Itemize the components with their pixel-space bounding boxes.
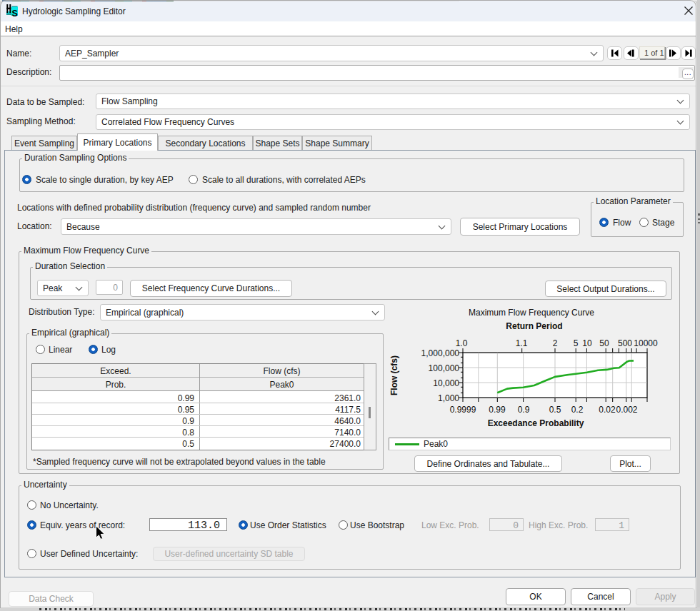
svg-text:1,000: 1,000 — [438, 393, 459, 403]
svg-text:0.9: 0.9 — [518, 405, 530, 415]
svg-text:1.1: 1.1 — [516, 338, 528, 348]
svg-text:0.2: 0.2 — [571, 405, 584, 415]
svg-text:10000: 10000 — [634, 338, 658, 348]
svg-text:0.5: 0.5 — [549, 405, 561, 415]
svg-text:0.99: 0.99 — [489, 405, 506, 415]
svg-text:Flow (cfs): Flow (cfs) — [389, 355, 399, 395]
svg-text:50: 50 — [599, 338, 609, 348]
svg-text:1,000,000: 1,000,000 — [421, 348, 460, 358]
svg-text:500: 500 — [618, 338, 632, 348]
svg-text:10,000: 10,000 — [433, 378, 459, 388]
svg-text:1.0: 1.0 — [456, 338, 468, 348]
svg-text:Exceedance Probability: Exceedance Probability — [488, 418, 584, 428]
svg-text:S: S — [12, 9, 18, 18]
svg-text:100,000: 100,000 — [429, 363, 460, 373]
svg-text:Return Period: Return Period — [506, 321, 562, 331]
svg-text:Maximum Flow Frequency Curve: Maximum Flow Frequency Curve — [469, 308, 594, 318]
svg-text:5: 5 — [574, 338, 579, 348]
svg-text:10: 10 — [582, 338, 592, 348]
svg-text:0.02: 0.02 — [599, 405, 616, 415]
svg-text:2: 2 — [553, 338, 558, 348]
svg-text:1 of 1: 1 of 1 — [644, 49, 664, 57]
svg-text:0.9999: 0.9999 — [450, 405, 476, 415]
svg-text:0.002: 0.002 — [616, 405, 637, 415]
